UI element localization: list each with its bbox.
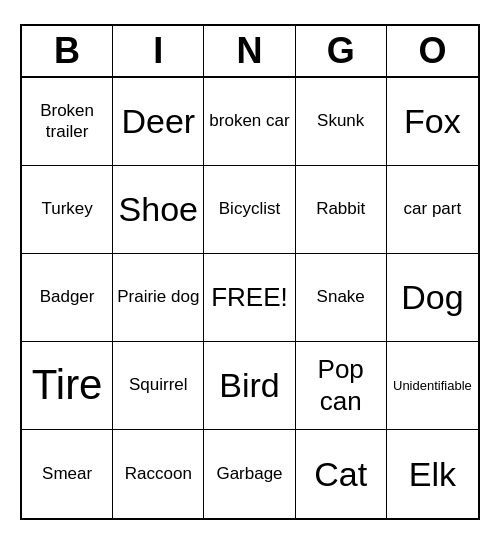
bingo-cell: car part xyxy=(387,166,478,254)
bingo-grid: Broken trailerDeerbroken carSkunkFoxTurk… xyxy=(22,78,478,518)
bingo-card: BINGO Broken trailerDeerbroken carSkunkF… xyxy=(20,24,480,520)
bingo-header: BINGO xyxy=(22,26,478,78)
bingo-cell: Unidentifiable xyxy=(387,342,478,430)
bingo-cell: Bird xyxy=(204,342,295,430)
cell-text: Prairie dog xyxy=(117,287,199,307)
bingo-cell: Snake xyxy=(296,254,387,342)
cell-text: Smear xyxy=(42,464,92,484)
cell-text: FREE! xyxy=(211,282,288,313)
bingo-cell: FREE! xyxy=(204,254,295,342)
cell-text: Skunk xyxy=(317,111,364,131)
bingo-cell: Pop can xyxy=(296,342,387,430)
cell-text: Garbage xyxy=(216,464,282,484)
cell-text: Broken trailer xyxy=(26,101,108,142)
bingo-cell: broken car xyxy=(204,78,295,166)
cell-text: Rabbit xyxy=(316,199,365,219)
bingo-cell: Bicyclist xyxy=(204,166,295,254)
bingo-cell: Elk xyxy=(387,430,478,518)
cell-text: Deer xyxy=(121,101,195,142)
cell-text: Cat xyxy=(314,454,367,495)
bingo-cell: Badger xyxy=(22,254,113,342)
bingo-cell: Garbage xyxy=(204,430,295,518)
bingo-cell: Dog xyxy=(387,254,478,342)
bingo-cell: Prairie dog xyxy=(113,254,204,342)
bingo-cell: Cat xyxy=(296,430,387,518)
cell-text: Badger xyxy=(40,287,95,307)
header-letter: O xyxy=(387,26,478,76)
cell-text: Raccoon xyxy=(125,464,192,484)
cell-text: Elk xyxy=(409,454,456,495)
bingo-cell: Squirrel xyxy=(113,342,204,430)
cell-text: Tire xyxy=(32,360,103,410)
cell-text: Shoe xyxy=(119,189,198,230)
cell-text: Bird xyxy=(219,365,279,406)
header-letter: G xyxy=(296,26,387,76)
bingo-cell: Deer xyxy=(113,78,204,166)
bingo-cell: Skunk xyxy=(296,78,387,166)
cell-text: Snake xyxy=(317,287,365,307)
bingo-cell: Shoe xyxy=(113,166,204,254)
cell-text: Turkey xyxy=(41,199,92,219)
cell-text: car part xyxy=(404,199,462,219)
bingo-cell: Smear xyxy=(22,430,113,518)
bingo-cell: Fox xyxy=(387,78,478,166)
bingo-cell: Turkey xyxy=(22,166,113,254)
bingo-cell: Rabbit xyxy=(296,166,387,254)
cell-text: Bicyclist xyxy=(219,199,280,219)
cell-text: Fox xyxy=(404,101,461,142)
bingo-cell: Broken trailer xyxy=(22,78,113,166)
bingo-cell: Raccoon xyxy=(113,430,204,518)
bingo-cell: Tire xyxy=(22,342,113,430)
header-letter: B xyxy=(22,26,113,76)
header-letter: I xyxy=(113,26,204,76)
cell-text: Unidentifiable xyxy=(393,378,472,394)
cell-text: Squirrel xyxy=(129,375,188,395)
cell-text: Pop can xyxy=(300,354,382,416)
cell-text: broken car xyxy=(209,111,289,131)
cell-text: Dog xyxy=(401,277,463,318)
header-letter: N xyxy=(204,26,295,76)
